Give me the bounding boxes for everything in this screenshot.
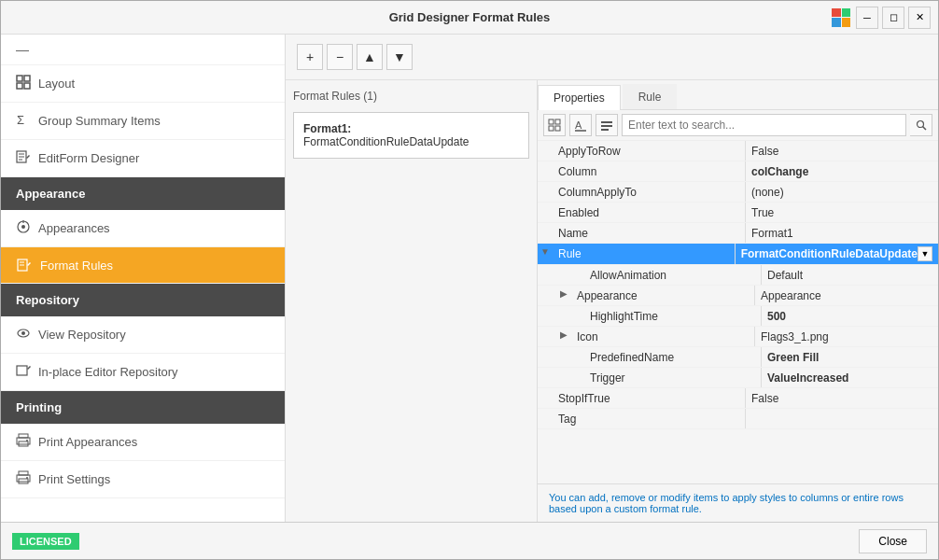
- sidebar-item-group-summary[interactable]: Σ Group Summary Items: [1, 103, 285, 140]
- tab-properties[interactable]: Properties: [538, 85, 621, 110]
- svg-rect-28: [549, 126, 554, 131]
- prop-row[interactable]: ApplyToRow False: [538, 141, 938, 161]
- prop-indent: [538, 347, 556, 367]
- svg-rect-33: [601, 125, 612, 127]
- move-up-button[interactable]: ▲: [357, 44, 383, 70]
- rule-type: FormatConditionRuleDataUpdate: [303, 135, 469, 148]
- svg-point-16: [21, 331, 25, 335]
- prop-expander-icon[interactable]: ▶: [556, 327, 571, 342]
- info-text: You can add, remove or modify items to a…: [549, 492, 904, 514]
- maximize-button[interactable]: ◻: [882, 7, 904, 29]
- prop-name: Appearance: [571, 286, 755, 305]
- prop-row[interactable]: Name Format1: [538, 223, 938, 244]
- prop-name: Enabled: [553, 203, 746, 222]
- prop-value: [746, 409, 938, 428]
- prop-expander-icon[interactable]: ▶: [556, 286, 571, 301]
- panel-body: Format Rules (1) Format1: FormatConditio…: [286, 80, 938, 522]
- prop-row[interactable]: PredefinedName Green Fill: [538, 347, 938, 368]
- prop-btn-2[interactable]: A: [569, 114, 592, 136]
- search-icon-button[interactable]: [910, 114, 932, 136]
- prop-row[interactable]: StopIfTrue False: [538, 388, 938, 409]
- tab-rule[interactable]: Rule: [623, 84, 678, 109]
- prop-indent: [538, 306, 556, 326]
- add-button[interactable]: +: [297, 44, 323, 70]
- prop-name: Name: [553, 223, 746, 243]
- minimize-button[interactable]: ─: [856, 7, 878, 29]
- section-printing: Printing: [1, 391, 285, 424]
- prop-indent: [538, 327, 556, 346]
- svg-rect-27: [555, 119, 560, 124]
- prop-value: Format1: [746, 223, 938, 243]
- appearances-label: Appearances: [38, 221, 110, 235]
- prop-name: PredefinedName: [571, 347, 762, 367]
- prop-no-expander: [538, 203, 553, 222]
- icon-yellow: [842, 18, 851, 27]
- right-panel: + − ▲ ▼ Format Rules (1) Format1: Format…: [286, 35, 938, 522]
- search-input[interactable]: [622, 114, 906, 136]
- sidebar-item-print-appearances[interactable]: Print Appearances: [1, 424, 285, 461]
- inplace-editor-icon: [16, 363, 31, 381]
- svg-rect-26: [549, 119, 554, 124]
- title-bold: Format Rules: [472, 10, 550, 24]
- prop-name: Tag: [553, 409, 746, 428]
- close-button-footer[interactable]: Close: [859, 529, 927, 553]
- prop-name: Trigger: [571, 368, 762, 387]
- sidebar-item-print-settings[interactable]: Print Settings: [1, 461, 285, 498]
- svg-rect-2: [17, 83, 22, 89]
- window-controls: ─ ◻ ✕: [856, 1, 931, 34]
- format-rules-panel: Format Rules (1) Format1: FormatConditio…: [286, 80, 538, 522]
- format-rule-item[interactable]: Format1: FormatConditionRuleDataUpdate: [293, 112, 529, 159]
- close-button[interactable]: ✕: [908, 7, 931, 29]
- prop-table: ApplyToRow False Column colChange Column…: [538, 141, 938, 483]
- prop-value-dropdown[interactable]: ▼: [918, 246, 932, 261]
- prop-value: Flags3_1.png: [755, 327, 938, 346]
- prop-row[interactable]: ▶ Icon Flags3_1.png: [538, 327, 938, 347]
- main-window: Grid Designer Format Rules ▼ ─ ◻ ✕ —: [0, 0, 939, 560]
- prop-row[interactable]: Column colChange: [538, 161, 938, 182]
- prop-row[interactable]: Tag: [538, 409, 938, 429]
- svg-text:Σ: Σ: [17, 113, 24, 127]
- prop-row[interactable]: ▶ Appearance Appearance: [538, 286, 938, 306]
- prop-value: False: [746, 388, 938, 408]
- prop-indent: [538, 286, 556, 305]
- prop-row[interactable]: ColumnApplyTo (none): [538, 182, 938, 203]
- sidebar-item-editform[interactable]: EditForm Designer: [1, 140, 285, 177]
- appearances-icon: [16, 219, 31, 237]
- section-repository-label: Repository: [16, 293, 79, 307]
- title-bar: Grid Designer Format Rules ▼ ─ ◻ ✕: [1, 1, 938, 35]
- svg-rect-22: [19, 471, 28, 475]
- prop-no-expander: [556, 347, 571, 367]
- prop-row[interactable]: Trigger ValueIncreased: [538, 368, 938, 388]
- prop-no-expander: [538, 409, 553, 428]
- prop-btn-1[interactable]: [543, 114, 566, 136]
- color-grid-icon: [832, 8, 850, 27]
- licensed-badge: LICENSED: [12, 533, 79, 550]
- prop-row[interactable]: HighlightTime 500: [538, 306, 938, 327]
- prop-value: Green Fill: [762, 347, 938, 367]
- sidebar-item-view-repository[interactable]: View Repository: [1, 316, 285, 354]
- title-plain: Grid Designer: [389, 10, 473, 24]
- main-toolbar: + − ▲ ▼: [286, 35, 938, 80]
- prop-row[interactable]: AllowAnimation Default: [538, 265, 938, 286]
- section-printing-label: Printing: [16, 400, 62, 414]
- sidebar-item-inplace-editor[interactable]: In-place Editor Repository: [1, 354, 285, 391]
- svg-point-21: [26, 440, 28, 441]
- prop-name: AllowAnimation: [571, 265, 762, 285]
- prop-name: ColumnApplyTo: [553, 182, 746, 202]
- section-appearance: Appearance: [1, 177, 285, 210]
- move-down-button[interactable]: ▼: [386, 44, 413, 70]
- prop-name: Column: [553, 161, 746, 181]
- prop-expander-icon[interactable]: ▼: [538, 244, 553, 259]
- prop-no-expander: [538, 161, 553, 181]
- tabs-container: Properties Rule: [538, 80, 938, 110]
- tab-rule-label: Rule: [638, 91, 662, 104]
- remove-button[interactable]: −: [327, 44, 353, 70]
- svg-point-35: [917, 121, 923, 128]
- prop-row[interactable]: ▼ Rule FormatConditionRuleDataUpdate▼: [538, 244, 938, 265]
- sidebar-item-appearances[interactable]: Appearances: [1, 210, 285, 247]
- sidebar-item-format-rules[interactable]: Format Rules: [1, 247, 285, 284]
- sidebar-item-layout[interactable]: Layout: [1, 65, 285, 103]
- main-content: — Layout Σ Group Summary Items EditForm …: [1, 35, 938, 522]
- prop-btn-3[interactable]: [596, 114, 618, 136]
- prop-row[interactable]: Enabled True: [538, 203, 938, 223]
